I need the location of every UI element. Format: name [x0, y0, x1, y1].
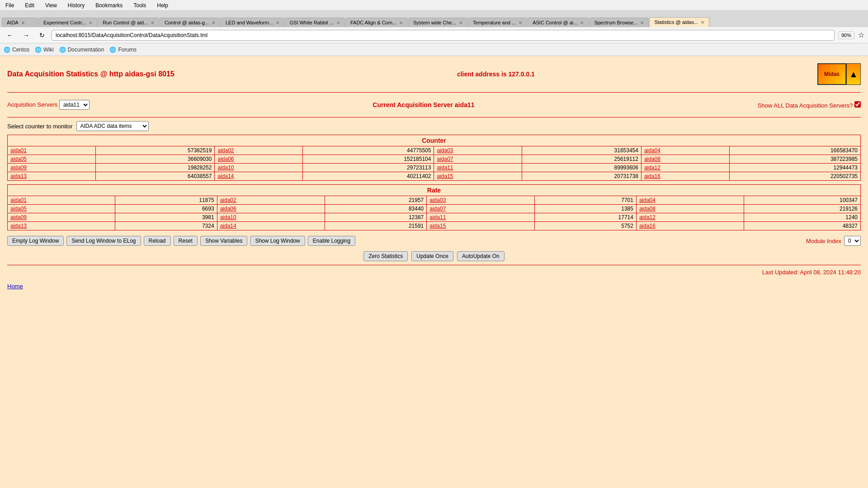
show-log-window-button[interactable]: Show Log Window	[250, 236, 305, 246]
show-all-checkbox[interactable]	[854, 101, 861, 108]
table-row-label[interactable]: aida01	[8, 196, 115, 205]
table-row-label[interactable]: aida09	[8, 213, 115, 222]
empty-log-button[interactable]: Empty Log Window	[7, 236, 64, 246]
tab-close-run-control[interactable]: ✕	[151, 20, 154, 25]
bookmark-centos[interactable]: 🌐 Centos	[4, 47, 29, 53]
bookmark-wiki[interactable]: 🌐 Wiki	[35, 47, 54, 53]
counter-select[interactable]: AIDA ADC data items	[76, 121, 149, 131]
tab-experiment[interactable]: Experiment Contr...✕	[38, 18, 97, 27]
tab-control[interactable]: Control @ aidas-g...✕	[160, 18, 220, 27]
bookmark-forums[interactable]: 🌐 Forums	[109, 47, 137, 53]
tab-close-gsi[interactable]: ✕	[336, 20, 340, 25]
header-divider	[7, 92, 861, 93]
table-row-label[interactable]: aida10	[215, 164, 303, 172]
reload-button[interactable]: ↻	[36, 30, 48, 41]
update-once-button[interactable]: Update Once	[411, 251, 453, 261]
table-row-label[interactable]: aida05	[8, 155, 96, 164]
nav-bar: ← → ↻ 90% ☆	[0, 27, 868, 43]
table-row-value: 7324	[115, 222, 217, 230]
tab-asic[interactable]: ASIC Control @ ai...✕	[528, 18, 589, 27]
forward-button[interactable]: →	[20, 30, 33, 41]
table-row-label[interactable]: aida08	[641, 155, 729, 164]
table-row-value: 387223985	[729, 155, 860, 164]
table-row-label[interactable]: aida13	[8, 222, 115, 230]
tab-run-control[interactable]: Run Control @ aid...✕	[98, 18, 159, 27]
reload-page-button[interactable]: Reload	[144, 236, 171, 246]
acquisition-server-select[interactable]: aida11	[59, 100, 90, 110]
tab-close-led[interactable]: ✕	[276, 20, 279, 25]
menu-edit[interactable]: Edit	[23, 1, 36, 9]
menu-help[interactable]: Help	[155, 1, 170, 9]
zero-statistics-button[interactable]: Zero Statistics	[363, 251, 408, 261]
tab-led[interactable]: LED and Waveform...✕	[221, 18, 284, 27]
table-row-label[interactable]: aida11	[427, 213, 534, 222]
table-row-label[interactable]: aida14	[217, 222, 325, 230]
bookmark-documentation[interactable]: 🌐 Documentation	[59, 47, 104, 53]
tab-temp[interactable]: Temperature and ...✕	[468, 18, 527, 27]
logo-side: ▲	[846, 63, 861, 85]
table-row-label[interactable]: aida03	[427, 196, 534, 205]
tab-close-spectrum[interactable]: ✕	[640, 20, 644, 25]
tab-close-aida[interactable]: ✕	[21, 20, 25, 25]
table-row-label[interactable]: aida16	[636, 222, 744, 230]
table-row-label[interactable]: aida08	[636, 205, 744, 213]
page-header: Data Acquisition Statistics @ http aidas…	[7, 63, 861, 85]
table-row-label[interactable]: aida02	[217, 196, 325, 205]
table-row-label[interactable]: aida03	[434, 146, 522, 155]
table-row-label[interactable]: aida11	[434, 164, 522, 172]
table-row-label[interactable]: aida15	[427, 222, 534, 230]
table-row-label[interactable]: aida04	[636, 196, 744, 205]
tab-close-experiment[interactable]: ✕	[89, 20, 92, 25]
table-row-label[interactable]: aida10	[217, 213, 325, 222]
tab-close-system[interactable]: ✕	[459, 20, 462, 25]
tab-spectrum[interactable]: Spectrum Browse...✕	[589, 18, 649, 27]
table-row-value: 17714	[534, 213, 636, 222]
menu-view[interactable]: View	[43, 1, 59, 9]
table-row-label[interactable]: aida01	[8, 146, 96, 155]
send-log-button[interactable]: Send Log Window to ELog	[66, 236, 141, 246]
home-link[interactable]: Home	[7, 283, 23, 290]
tab-close-asic[interactable]: ✕	[580, 20, 584, 25]
table-row-label[interactable]: aida12	[636, 213, 744, 222]
table-row-label[interactable]: aida05	[8, 205, 115, 213]
table-row-value: 12387	[325, 213, 426, 222]
reset-button[interactable]: Reset	[174, 236, 198, 246]
enable-logging-button[interactable]: Enable Logging	[308, 236, 355, 246]
table-row-label[interactable]: aida16	[641, 172, 729, 181]
show-variables-button[interactable]: Show Variables	[200, 236, 248, 246]
tab-fadc[interactable]: FADC Align & Com...✕	[345, 18, 408, 27]
table-row-label[interactable]: aida07	[434, 155, 522, 164]
table-row-label[interactable]: aida15	[434, 172, 522, 181]
tab-system[interactable]: System wide Che...✕	[408, 18, 467, 27]
url-bar[interactable]	[52, 30, 835, 41]
table-row-value: 25619112	[522, 155, 642, 164]
menu-history[interactable]: History	[66, 1, 86, 9]
table-row-label[interactable]: aida14	[215, 172, 303, 181]
table-row-label[interactable]: aida06	[215, 155, 303, 164]
auto-update-button[interactable]: AutoUpdate On	[457, 251, 505, 261]
table-row-label[interactable]: aida13	[8, 172, 96, 181]
menu-file[interactable]: File	[4, 1, 16, 9]
show-all-label: Show ALL Data Acquisition Servers?	[758, 102, 853, 109]
back-button[interactable]: ←	[4, 30, 16, 41]
tab-close-statistics[interactable]: ✕	[701, 20, 704, 25]
table-row-label[interactable]: aida12	[641, 164, 729, 172]
acquisition-servers-section: Acquisition Servers aida11	[7, 100, 90, 110]
tab-close-fadc[interactable]: ✕	[399, 20, 403, 25]
menu-bookmarks[interactable]: Bookmarks	[94, 1, 124, 9]
menu-tools[interactable]: Tools	[132, 1, 148, 9]
table-row-value: 31653454	[522, 146, 642, 155]
table-row-value: 5752	[534, 222, 636, 230]
table-row-label[interactable]: aida09	[8, 164, 96, 172]
bookmark-star-icon[interactable]: ☆	[858, 31, 864, 39]
table-row-label[interactable]: aida02	[215, 146, 303, 155]
tab-statistics[interactable]: Statistics @ aidas...✕	[649, 17, 709, 27]
table-row-label[interactable]: aida06	[217, 205, 325, 213]
tab-close-control[interactable]: ✕	[212, 20, 215, 25]
tab-aida[interactable]: AIDA✕	[2, 18, 38, 27]
tab-close-temp[interactable]: ✕	[519, 20, 522, 25]
table-row-label[interactable]: aida04	[641, 146, 729, 155]
table-row-label[interactable]: aida07	[427, 205, 534, 213]
tab-gsi[interactable]: GSI White Rabbit ...✕	[285, 18, 345, 27]
module-index-select[interactable]: 0	[844, 236, 861, 246]
